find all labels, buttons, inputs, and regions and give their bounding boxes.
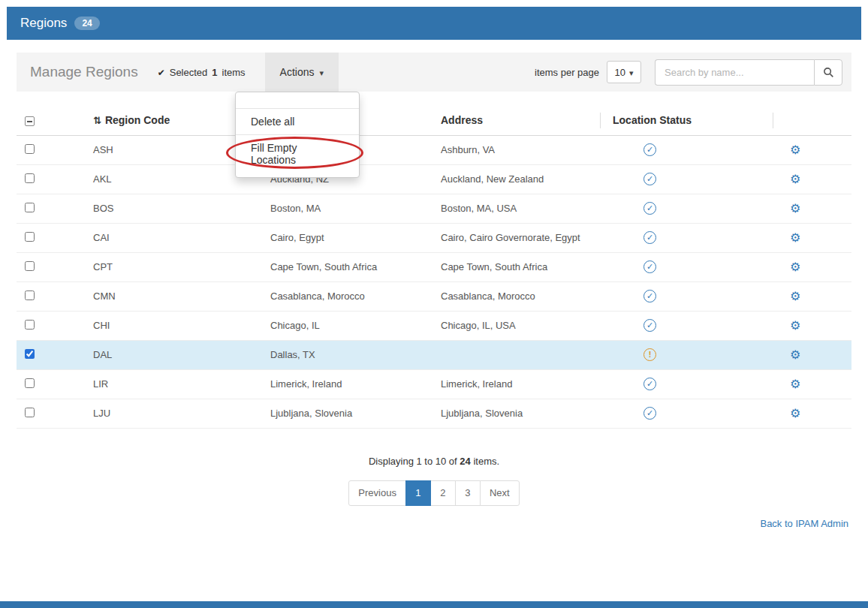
row-checkbox[interactable] <box>25 408 35 417</box>
address-cell: Boston, MA, USA <box>441 194 601 223</box>
row-checkbox[interactable] <box>25 144 35 154</box>
row-checkbox[interactable] <box>25 173 35 183</box>
gear-icon[interactable] <box>790 319 800 332</box>
table-row: CMN Casablanca, Morocco Casablanca, Moro… <box>17 281 851 311</box>
region-code-cell: DAL <box>78 340 255 369</box>
gear-icon[interactable] <box>790 260 800 273</box>
gear-icon[interactable] <box>790 173 800 185</box>
column-header-address: Address <box>441 105 601 135</box>
items-per-page-value: 10 <box>615 67 625 78</box>
gear-icon[interactable] <box>790 348 800 361</box>
main-content: Manage Regions Selected 1 items Actions … <box>7 40 861 601</box>
footer-link-row: Back to IPAM Admin <box>17 518 851 529</box>
location-cell: Cairo, Egypt <box>255 223 441 252</box>
items-per-page-select[interactable]: 10 <box>607 61 641 83</box>
location-status-icon <box>643 290 656 302</box>
location-status-icon <box>643 202 656 215</box>
address-cell: Chicago, IL, USA <box>441 311 601 340</box>
region-code-cell: LJU <box>78 399 255 428</box>
column-header-location-status: Location Status <box>601 105 773 135</box>
table-row: DAL Dallas, TX <box>17 340 851 369</box>
address-cell: Cairo, Cairo Governorate, Egypt <box>441 223 601 252</box>
actions-dropdown-button[interactable]: Actions <box>265 53 339 92</box>
region-code-cell: LIR <box>78 369 255 399</box>
gear-icon[interactable] <box>790 290 800 302</box>
row-checkbox[interactable] <box>25 378 35 388</box>
previous-page-button[interactable]: Previous <box>348 480 406 506</box>
address-cell: Limerick, Ireland <box>441 369 601 399</box>
next-page-button[interactable]: Next <box>480 480 520 506</box>
region-code-header-label: Region Code <box>105 114 170 126</box>
page-button-1[interactable]: 1 <box>405 480 431 506</box>
selected-prefix: Selected <box>170 67 208 78</box>
location-cell: Dallas, TX <box>255 340 441 369</box>
column-header-actions <box>773 105 851 135</box>
search-input[interactable] <box>655 59 814 86</box>
address-cell: Ashburn, VA <box>441 135 601 164</box>
region-code-cell: CAI <box>78 223 255 252</box>
row-checkbox[interactable] <box>25 203 35 212</box>
address-cell <box>441 340 601 369</box>
table-row: CHI Chicago, IL Chicago, IL, USA <box>17 311 851 340</box>
region-code-cell: CHI <box>78 311 255 340</box>
table-row: BOS Boston, MA Boston, MA, USA <box>17 194 851 223</box>
region-code-cell: AKL <box>78 164 255 194</box>
gear-icon[interactable] <box>790 407 800 420</box>
table-row: LJU Ljubljana, Slovenia Ljubljana, Slove… <box>17 399 851 428</box>
chevron-down-icon <box>629 67 634 78</box>
region-code-cell: BOS <box>78 194 255 223</box>
page-footer-bar <box>0 601 868 608</box>
page-button-3[interactable]: 3 <box>455 480 481 506</box>
address-cell: Ljubljana, Slovenia <box>441 399 601 428</box>
location-status-icon <box>643 260 656 273</box>
select-all-checkbox[interactable] <box>25 116 35 126</box>
region-code-cell: CPT <box>78 252 255 281</box>
summary-suffix: items. <box>473 456 499 467</box>
address-cell: Auckland, New Zealand <box>441 164 601 194</box>
row-checkbox[interactable] <box>25 232 35 242</box>
items-per-page-label: items per page <box>535 67 599 78</box>
dropdown-spacer <box>236 95 359 108</box>
toolbar: Manage Regions Selected 1 items Actions … <box>17 53 851 92</box>
actions-dropdown-menu: Delete all Fill Empty Locations <box>235 92 360 178</box>
location-cell: Ljubljana, Slovenia <box>255 399 441 428</box>
search-button[interactable] <box>814 59 842 86</box>
gear-icon[interactable] <box>790 143 800 156</box>
sort-icon <box>93 114 105 126</box>
search-group <box>655 59 842 86</box>
section-title: Manage Regions <box>30 64 138 80</box>
menu-item-fill-empty-locations[interactable]: Fill Empty Locations <box>236 135 359 173</box>
row-checkbox[interactable] <box>25 320 35 330</box>
table-header-row: Region Code Address Location Status <box>17 105 851 135</box>
back-to-ipam-admin-link[interactable]: Back to IPAM Admin <box>760 518 848 529</box>
location-status-icon <box>643 319 656 332</box>
location-status-icon <box>643 378 656 390</box>
column-header-region-code[interactable]: Region Code <box>78 105 255 135</box>
row-checkbox[interactable] <box>25 261 35 271</box>
gear-icon[interactable] <box>790 231 800 244</box>
search-icon <box>823 67 834 78</box>
region-code-cell: CMN <box>78 281 255 311</box>
selected-suffix: items <box>222 67 246 78</box>
check-icon <box>158 67 165 78</box>
location-cell: Boston, MA <box>255 194 441 223</box>
selection-summary: Selected 1 items <box>158 67 246 78</box>
gear-icon[interactable] <box>790 378 800 390</box>
region-code-cell: ASH <box>78 135 255 164</box>
display-summary: Displaying 1 to 10 of 24 items. <box>17 456 851 467</box>
gear-icon[interactable] <box>790 202 800 215</box>
table-row: AKL Auckland, NZ Auckland, New Zealand <box>17 164 851 194</box>
row-checkbox[interactable] <box>25 290 35 300</box>
address-cell: Casablanca, Morocco <box>441 281 601 311</box>
location-status-icon <box>643 173 656 185</box>
location-cell: Limerick, Ireland <box>255 369 441 399</box>
location-status-icon <box>643 231 656 244</box>
menu-item-delete-all[interactable]: Delete all <box>236 109 359 134</box>
location-cell: Cape Town, South Africa <box>255 252 441 281</box>
page-button-2[interactable]: 2 <box>430 480 456 506</box>
location-cell: Casablanca, Morocco <box>255 281 441 311</box>
location-status-icon <box>643 348 656 361</box>
selected-count: 1 <box>212 67 217 78</box>
row-checkbox[interactable] <box>25 349 35 359</box>
table-row: LIR Limerick, Ireland Limerick, Ireland <box>17 369 851 399</box>
